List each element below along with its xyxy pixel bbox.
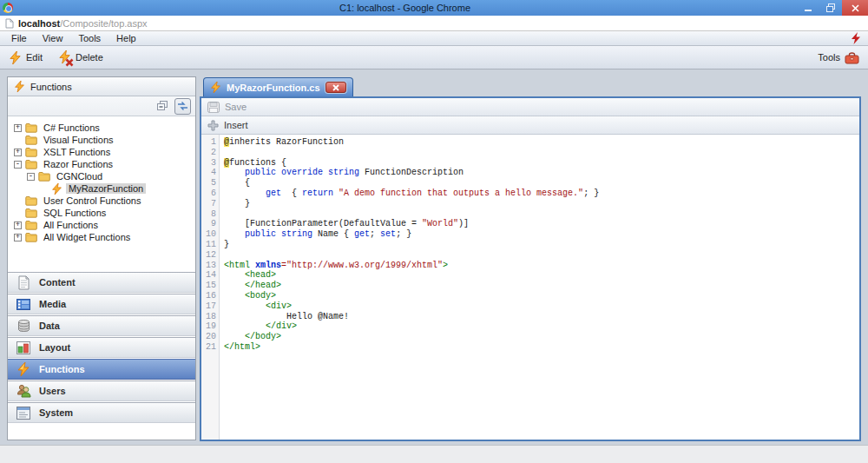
collapse-node-icon[interactable]: -: [27, 173, 35, 181]
expand-icon[interactable]: +: [14, 234, 22, 241]
edit-button[interactable]: Edit: [9, 51, 43, 64]
bolt-delete-icon: [58, 50, 71, 65]
code-line[interactable]: 9 [FunctionParameter(DefaultValue = "Wor…: [201, 219, 859, 229]
code-token: Name {: [312, 229, 354, 239]
code-token: [224, 321, 266, 331]
line-number: 2: [201, 148, 220, 158]
tree-item-visual-functions[interactable]: Visual Functions: [8, 134, 195, 146]
line-number: 17: [201, 301, 220, 312]
tree-item-label: All Widget Functions: [41, 232, 133, 242]
insert-button[interactable]: Insert: [201, 116, 859, 135]
nav-item-media[interactable]: Media: [8, 294, 195, 314]
window-titlebar[interactable]: C1: localhost - Google Chrome: [0, 0, 868, 16]
delete-button[interactable]: Delete: [58, 50, 103, 65]
code-line[interactable]: 18 Hello @Name!: [201, 312, 859, 322]
code-token: >: [443, 261, 448, 270]
tab-close-button[interactable]: [326, 82, 346, 93]
code-token: ;: [370, 229, 380, 239]
expand-icon[interactable]: +: [14, 149, 22, 156]
menu-file[interactable]: File: [3, 33, 35, 43]
nav-item-label: Functions: [39, 364, 85, 374]
code-token: string: [328, 168, 359, 177]
tree-item-user-control-functions[interactable]: User Control Functions: [8, 195, 195, 207]
code-line[interactable]: 12: [201, 250, 859, 261]
folder-icon: [25, 220, 37, 230]
collapse-all-button[interactable]: [155, 98, 171, 115]
folder-icon: [25, 232, 37, 242]
code-line[interactable]: 4 public override string FunctionDescrip…: [201, 168, 859, 178]
code-line[interactable]: 10 public string Name { get; set; }: [201, 229, 859, 240]
code-line[interactable]: 20 </body>: [201, 332, 859, 342]
code-token: </head>: [245, 281, 281, 290]
nav-item-layout[interactable]: Layout: [8, 337, 195, 358]
nav-item-data[interactable]: Data: [8, 315, 195, 336]
save-button[interactable]: Save: [201, 98, 859, 116]
address-bar[interactable]: localhost/Composite/top.aspx: [0, 16, 868, 31]
code-line[interactable]: 7 }: [201, 199, 859, 209]
tree-item-label: C# Functions: [41, 122, 102, 133]
tree-item-all-functions[interactable]: +All Functions: [8, 219, 195, 231]
folder-icon: [25, 159, 37, 169]
nav-item-users[interactable]: Users: [8, 380, 195, 401]
tree-item-c-functions[interactable]: +C# Functions: [8, 122, 195, 134]
link-tree-button[interactable]: [174, 98, 191, 115]
code-line[interactable]: 21</html>: [201, 342, 859, 353]
code-line[interactable]: 1@inherits RazorFunction: [201, 137, 859, 148]
tree-item-myrazorfunction[interactable]: MyRazorFunction: [8, 182, 195, 195]
expand-icon[interactable]: +: [14, 124, 22, 132]
code-token: [224, 189, 266, 198]
tree-item-xslt-functions[interactable]: +XSLT Functions: [8, 146, 195, 158]
save-button-label: Save: [225, 102, 247, 112]
nav-item-system[interactable]: System: [8, 402, 195, 423]
code-line[interactable]: 15 </head>: [201, 281, 859, 291]
code-token: FunctionDescription: [359, 168, 464, 177]
menu-view[interactable]: View: [35, 33, 71, 43]
menu-help[interactable]: Help: [108, 33, 144, 43]
restore-button[interactable]: [819, 0, 842, 16]
code-token: </div>: [266, 321, 297, 331]
tree-item-all-widget-functions[interactable]: +All Widget Functions: [8, 231, 195, 243]
code-line[interactable]: 11}: [201, 240, 859, 250]
code-line[interactable]: 2: [201, 148, 859, 158]
code-line[interactable]: 16 <body>: [201, 291, 859, 301]
code-line[interactable]: 6 get { return "A demo function that out…: [201, 189, 859, 199]
tab-strip: MyRazorFunction.cs: [200, 76, 861, 96]
line-number: 10: [201, 229, 220, 240]
code-line[interactable]: 8: [201, 209, 859, 220]
tree-item-razor-functions[interactable]: -Razor Functions: [8, 158, 195, 170]
code-editor[interactable]: 1@inherits RazorFunction2 3@functions {4…: [201, 135, 859, 440]
collapse-node-icon[interactable]: -: [14, 161, 22, 169]
tree-toolbar: [8, 96, 195, 116]
code-line[interactable]: 5 {: [201, 178, 859, 189]
tools-button[interactable]: Tools: [818, 51, 859, 64]
code-token: [FunctionParameter(DefaultValue =: [224, 219, 422, 228]
app-toolbar: Edit Delete Tools: [0, 46, 868, 69]
code-token: [224, 229, 245, 239]
functions-panel-title: Functions: [30, 82, 72, 92]
line-number: 4: [201, 168, 220, 178]
tree-item-cgncloud[interactable]: -CGNCloud: [8, 170, 195, 182]
code-line[interactable]: 14 <head>: [201, 270, 859, 281]
code-token: "World": [422, 219, 458, 228]
code-token: ; }: [583, 189, 599, 198]
tab-myrazorfunction[interactable]: MyRazorFunction.cs: [203, 77, 353, 96]
nav-item-content[interactable]: Content: [8, 272, 195, 293]
nav-item-functions[interactable]: Functions: [8, 359, 195, 380]
tree-item-sql-functions[interactable]: SQL Functions: [8, 207, 195, 219]
code-token: ="http://www.w3.org/1999/xhtml": [281, 261, 443, 270]
code-token: [224, 291, 245, 301]
code-line[interactable]: 13<html xmlns="http://www.w3.org/1999/xh…: [201, 261, 859, 271]
code-text: <html xmlns="http://www.w3.org/1999/xhtm…: [220, 261, 448, 271]
code-line[interactable]: 19 </div>: [201, 321, 859, 332]
code-line[interactable]: 17 <div>: [201, 301, 859, 312]
close-button[interactable]: [842, 0, 868, 16]
line-number: 21: [201, 342, 220, 353]
code-line[interactable]: 3@functions {: [201, 158, 859, 169]
menu-tools[interactable]: Tools: [70, 33, 108, 43]
expander-spacer: [40, 185, 48, 193]
nav-item-label: Users: [39, 386, 66, 396]
code-token: public: [245, 168, 276, 177]
expand-icon[interactable]: +: [14, 222, 22, 229]
nav-item-label: Content: [39, 277, 76, 288]
minimize-button[interactable]: [797, 0, 819, 16]
